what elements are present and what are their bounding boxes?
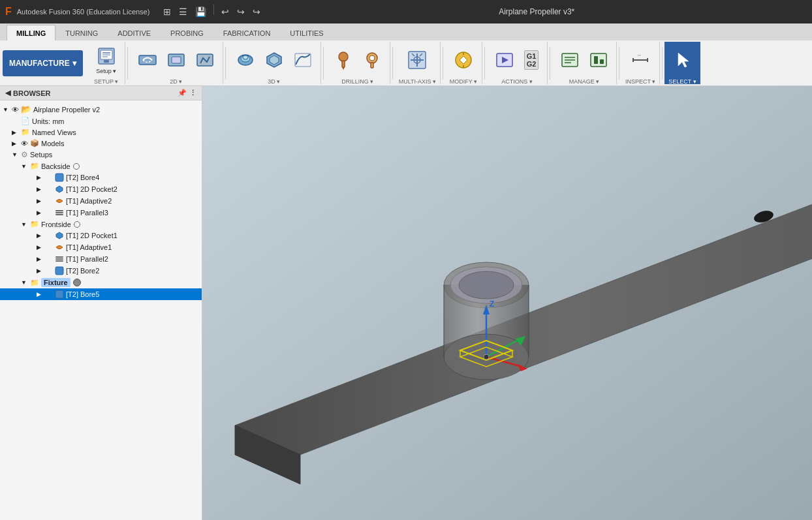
divider-9: [662, 47, 663, 80]
tab-fabrication[interactable]: FABRICATION: [213, 25, 281, 40]
svg-rect-8: [172, 57, 181, 63]
divider-2: [225, 47, 226, 80]
fixture-folder-icon: 📁: [30, 279, 39, 287]
expand-arrow-pocket2[interactable]: ▶: [37, 186, 46, 192]
browser-more-icon[interactable]: ⋮: [189, 89, 196, 97]
tree-item-setups-label: Setups: [30, 151, 52, 159]
post-button[interactable]: G1G2: [520, 43, 543, 77]
svg-marker-18: [342, 67, 345, 70]
2d-contour-button[interactable]: [191, 43, 219, 77]
expand-arrow-root[interactable]: ▼: [3, 106, 12, 113]
3d-adaptive-icon: [236, 50, 255, 70]
tab-additive[interactable]: ADDITIVE: [108, 25, 161, 40]
inspect-button[interactable]: ↔: [627, 43, 654, 77]
tree-item-models[interactable]: ▶ 👁 📦 Models: [0, 138, 202, 149]
adaptive1-icon: [55, 243, 64, 252]
tree-item-frontside[interactable]: ▼ 📁 Frontside: [0, 219, 202, 230]
manage-button[interactable]: [556, 43, 584, 77]
tree-item-frontside-label: Frontside: [41, 221, 71, 228]
expand-arrow-pocket1[interactable]: ▶: [37, 232, 46, 239]
svg-rect-17: [342, 61, 345, 67]
simulate-button[interactable]: [491, 43, 518, 77]
3d-adaptive-button[interactable]: [232, 43, 259, 77]
tree-item-bore5[interactable]: ▶ [T2] Bore5: [0, 288, 202, 300]
new-setup-button[interactable]: Setup ▾: [92, 43, 121, 77]
parallel3-icon: [55, 208, 64, 217]
visibility-icon-root[interactable]: 👁: [12, 106, 19, 114]
tree-item-root-label: Airplane Propeller v2: [33, 106, 100, 114]
tree-item-named-views[interactable]: ▶ 📁 Named Views: [0, 127, 202, 138]
expand-arrow-adaptive1[interactable]: ▶: [37, 244, 46, 251]
expand-arrow-bore5[interactable]: ▶: [37, 291, 46, 298]
expand-arrow-setups[interactable]: ▼: [12, 151, 21, 158]
3d-section-label: 3D ▾: [268, 78, 280, 85]
expand-arrow-bore4[interactable]: ▶: [37, 174, 46, 181]
tree-item-bore2[interactable]: ▶ [T2] Bore2: [0, 265, 202, 277]
viewport[interactable]: Z: [202, 86, 812, 520]
manufacture-dropdown[interactable]: MANUFACTURE ▾: [3, 50, 83, 76]
expand-arrow-parallel3[interactable]: ▶: [37, 209, 46, 216]
expand-arrow-named-views[interactable]: ▶: [12, 129, 21, 136]
tree-item-pocket1[interactable]: ▶ [T1] 2D Pocket1: [0, 230, 202, 241]
tab-probing[interactable]: PROBING: [161, 25, 213, 40]
grid-menu-button[interactable]: ⊞: [160, 5, 174, 19]
tree-item-backside[interactable]: ▼ 📁 Backside: [0, 161, 202, 172]
2d-pocket-button[interactable]: [163, 43, 190, 77]
manage2-button[interactable]: [585, 43, 612, 77]
svg-rect-51: [55, 290, 63, 298]
visibility-icon-models[interactable]: 👁: [21, 140, 28, 147]
tab-utilities[interactable]: UTILITIES: [280, 25, 333, 40]
3d-contour-button[interactable]: [289, 43, 317, 77]
select-button[interactable]: [669, 43, 696, 77]
app-logo-icon: F: [5, 6, 12, 18]
2d-section-label: 2D ▾: [170, 78, 182, 85]
drill-button[interactable]: [330, 43, 357, 77]
tree-item-adaptive1[interactable]: ▶ [T1] Adaptive1: [0, 241, 202, 253]
undo-button[interactable]: ↩: [218, 5, 232, 19]
svg-rect-35: [600, 59, 604, 64]
browser-tree: ▼ 👁 📂 Airplane Propeller v2 📄 Units: mm …: [0, 100, 202, 520]
redo-button[interactable]: ↪: [234, 5, 248, 19]
svg-rect-21: [371, 63, 373, 68]
setup-buttons: Setup ▾: [92, 43, 121, 77]
tree-item-setups[interactable]: ▼ ⚙ Setups: [0, 149, 202, 161]
toolbar-section-inspect: ↔ INSPECT ▾: [621, 42, 660, 84]
expand-arrow-models[interactable]: ▶: [12, 140, 21, 147]
2d-buttons: [134, 43, 219, 77]
tree-item-pocket2[interactable]: ▶ [T1] 2D Pocket2: [0, 183, 202, 195]
browser-pin-icon[interactable]: 📌: [178, 89, 187, 97]
tree-item-units[interactable]: 📄 Units: mm: [0, 115, 202, 127]
redo-button2[interactable]: ↪: [249, 5, 264, 19]
simulate-icon: [495, 50, 514, 70]
tree-item-parallel3[interactable]: ▶ [T1] Parallel3: [0, 207, 202, 219]
multiaxis-button[interactable]: [403, 43, 431, 77]
tree-item-parallel2[interactable]: ▶ [T1] Parallel2: [0, 253, 202, 265]
svg-marker-46: [56, 232, 63, 239]
browser-collapse-icon[interactable]: ◀: [5, 89, 10, 97]
tab-milling[interactable]: MILLING: [7, 25, 55, 40]
tree-item-pocket1-label: [T1] 2D Pocket1: [66, 232, 117, 239]
svg-rect-50: [55, 267, 63, 275]
tree-item-fixture-label: Fixture: [41, 278, 70, 287]
modify-button[interactable]: [449, 43, 478, 77]
tab-turning[interactable]: TURNING: [55, 25, 108, 40]
expand-arrow-parallel2[interactable]: ▶: [37, 256, 46, 262]
frontside-folder-icon: 📁: [30, 220, 39, 228]
tree-item-fixture[interactable]: ▼ 📁 Fixture: [0, 277, 202, 288]
tree-item-bore4[interactable]: ▶ [T2] Bore4: [0, 172, 202, 183]
expand-arrow-fixture[interactable]: ▼: [21, 279, 30, 286]
svg-point-62: [459, 271, 514, 299]
3d-pocket-button[interactable]: [260, 43, 288, 77]
expand-arrow-backside[interactable]: ▼: [21, 163, 30, 170]
expand-arrow-adaptive2[interactable]: ▶: [37, 198, 46, 204]
setups-icon: ⚙: [21, 150, 28, 159]
2d-adaptive-button[interactable]: [134, 43, 161, 77]
expand-arrow-frontside[interactable]: ▼: [21, 221, 30, 228]
bore-button[interactable]: [358, 43, 386, 77]
expand-arrow-bore2[interactable]: ▶: [37, 268, 46, 274]
tree-item-root[interactable]: ▼ 👁 📂 Airplane Propeller v2: [0, 103, 202, 115]
menu-button[interactable]: ☰: [176, 5, 191, 19]
frontside-circle: [74, 221, 80, 228]
tree-item-adaptive2[interactable]: ▶ [T1] Adaptive2: [0, 195, 202, 207]
save-button[interactable]: 💾: [192, 5, 210, 19]
